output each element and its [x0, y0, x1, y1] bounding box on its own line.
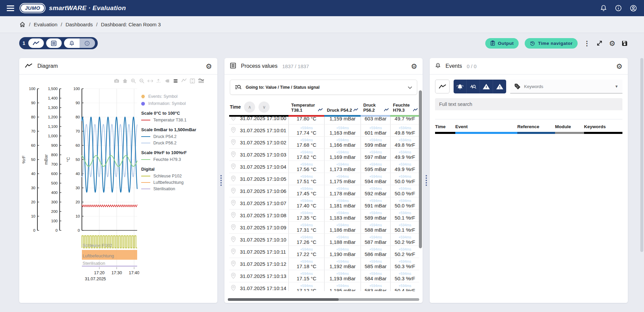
location-pin-icon[interactable]	[230, 224, 237, 232]
horizontal-scrollbar[interactable]	[228, 298, 419, 301]
home-icon[interactable]	[19, 21, 26, 28]
filter-power-events-button[interactable]	[480, 80, 493, 93]
fullscreen-icon[interactable]	[596, 40, 603, 47]
legend-series-item[interactable]: Feuchte H79.3	[141, 157, 209, 162]
stacked-waves-icon[interactable]	[198, 78, 205, 84]
output-button[interactable]: Output	[485, 38, 519, 49]
column-header-temperatur-t38-1[interactable]: Temperatur T38.1	[288, 100, 324, 115]
legend-series-item[interactable]: Luftbefeuchtung	[141, 180, 209, 185]
events-fulltext-search-input[interactable]: Full text search	[435, 98, 622, 110]
toggle-events-widget-button[interactable]	[64, 38, 80, 48]
panel-resize-handle[interactable]	[220, 175, 222, 186]
location-pin-icon[interactable]	[230, 151, 237, 159]
process-value-row[interactable]: 31.07.2025 17:10:09+594ms17.31 °C+594ms1…	[229, 222, 419, 234]
info-icon[interactable]	[615, 4, 622, 12]
svg-text:500: 500	[51, 181, 58, 185]
legend-series-item[interactable]: Druck P56.2	[141, 141, 209, 145]
panel-resize-handle[interactable]	[426, 175, 427, 186]
process-values-search-select[interactable]: Going to: Value / Time / Status signal	[230, 80, 417, 95]
diagram-chart-svg[interactable]: 0102030405060708090100%rF010020030040050…	[21, 85, 139, 287]
jumo-logo[interactable]: JUMO	[20, 4, 45, 12]
location-pin-icon[interactable]	[230, 175, 237, 183]
location-pin-icon[interactable]	[230, 284, 237, 291]
save-icon[interactable]	[621, 40, 628, 47]
toggle-diagram-widget-button[interactable]	[28, 38, 44, 48]
location-pin-icon[interactable]	[230, 199, 237, 207]
filter-alarms-button[interactable]	[454, 80, 467, 93]
vertical-scrollbar[interactable]	[419, 90, 422, 248]
events-column-header-event[interactable]: Event	[455, 124, 517, 129]
breadcrumb-evaluation[interactable]: Evaluation	[34, 22, 57, 27]
events-column-header-keywords[interactable]: Keywords	[584, 124, 622, 129]
toggle-table-widget-button[interactable]	[46, 38, 62, 48]
process-value-row[interactable]: 31.07.2025 17:10:02+594ms17.68 °C+594ms1…	[229, 137, 419, 149]
events-column-header-reference[interactable]: Reference	[517, 124, 555, 129]
location-pin-icon[interactable]	[230, 139, 237, 147]
filter-analysis-button[interactable]	[467, 80, 480, 93]
pan-icon[interactable]	[156, 78, 162, 84]
line-mode-icon[interactable]	[181, 78, 187, 84]
column-header-time[interactable]: Time∧∨	[229, 100, 288, 115]
time-navigator-button[interactable]: Time navigator	[525, 38, 578, 49]
process-value-row[interactable]: 31.07.2025 17:10:14+594ms17.12 °C+594ms1…	[229, 282, 419, 291]
process-value-row[interactable]: 31.07.2025 17:10:10+594ms17.26 °C+594ms1…	[229, 234, 419, 246]
process-values-settings-icon[interactable]: ⚙	[411, 63, 417, 70]
sort-up-button[interactable]: ∧	[244, 102, 255, 113]
zoom-out-icon[interactable]	[139, 78, 145, 84]
legend-symbol-item[interactable]: Information: Symbol	[141, 101, 209, 106]
sort-down-button[interactable]: ∨	[258, 102, 270, 113]
process-value-row[interactable]: 31.07.2025 17:10:12+594ms17.18 °C+594ms1…	[229, 258, 419, 270]
process-value-row[interactable]: 31.07.2025 17:10:08+594ms17.35 °C+594ms1…	[229, 209, 419, 222]
legend-series-item[interactable]: Schleuse P102	[141, 174, 209, 178]
dashboard-settings-icon[interactable]: ⚙	[609, 40, 615, 47]
keywords-select[interactable]: Keywords ▼	[510, 80, 622, 93]
events-settings-icon[interactable]: ⚙	[616, 63, 622, 70]
process-value-row[interactable]: 31.07.2025 17:10:0017.80 °C1,159 mBar603…	[229, 117, 419, 124]
account-icon[interactable]	[630, 4, 637, 12]
spikeline-icon[interactable]	[189, 78, 195, 84]
location-pin-icon[interactable]	[230, 117, 237, 122]
breadcrumb-dashboards[interactable]: Dashboards	[65, 22, 93, 27]
more-options-icon[interactable]: ⋮	[584, 40, 590, 47]
legend-symbol-item[interactable]: Events: Symbol	[141, 94, 209, 99]
zoom-in-icon[interactable]	[130, 78, 136, 84]
column-header-feuchte-h79-3[interactable]: Feuchte H79.3	[390, 100, 419, 115]
location-pin-icon[interactable]	[230, 211, 237, 220]
location-pin-icon[interactable]	[230, 126, 237, 135]
dashboard-toolbar: 1	[0, 33, 644, 53]
autoscale-icon[interactable]	[147, 78, 153, 84]
process-value-row[interactable]: 31.07.2025 17:10:03+594ms17.62 °C+594ms1…	[229, 149, 419, 161]
legend-series-item[interactable]: Temperatur T38.1	[141, 118, 209, 122]
compare-mode-icon[interactable]	[173, 78, 179, 84]
events-column-header-module[interactable]: Module	[555, 124, 584, 129]
diagram-settings-icon[interactable]: ⚙	[206, 63, 212, 70]
process-value-row[interactable]: 31.07.2025 17:10:07+594ms17.40 °C+594ms1…	[229, 197, 419, 209]
location-pin-icon[interactable]	[230, 260, 237, 268]
process-value-row[interactable]: 31.07.2025 17:10:06+594ms17.45 °C+594ms1…	[229, 185, 419, 197]
process-value-row[interactable]: 31.07.2025 17:10:01+594ms17.74 °C+594ms1…	[229, 124, 419, 137]
location-pin-icon[interactable]	[230, 187, 237, 195]
legend-series-item[interactable]: Druck P54.2	[141, 134, 209, 139]
notifications-icon[interactable]	[600, 4, 607, 12]
events-chart-filter-button[interactable]	[435, 80, 450, 93]
menu-icon[interactable]	[7, 5, 14, 11]
label-mode-icon[interactable]	[164, 78, 170, 84]
page-scrollbar[interactable]	[640, 58, 643, 252]
process-value-row[interactable]: 31.07.2025 17:10:04+594ms17.56 °C+594ms1…	[229, 161, 419, 173]
column-header-druck-p54-2[interactable]: Druck P54.2	[324, 100, 361, 115]
toggle-info-widget-button[interactable]	[80, 38, 95, 48]
snapshot-icon[interactable]	[114, 78, 120, 84]
process-value-row[interactable]: 31.07.2025 17:10:05+594ms17.51 °C+594ms1…	[229, 173, 419, 185]
location-pin-icon[interactable]	[230, 272, 237, 280]
process-value-row[interactable]: 31.07.2025 17:10:11+594ms17.22 °C+594ms1…	[229, 246, 419, 258]
location-pin-icon[interactable]	[230, 236, 237, 244]
process-value-row[interactable]: 31.07.2025 17:10:13+594ms17.15 °C+594ms1…	[229, 270, 419, 282]
location-pin-icon[interactable]	[230, 163, 237, 171]
events-column-header-time[interactable]: Time	[435, 124, 455, 129]
reset-axes-icon[interactable]	[122, 78, 128, 84]
filter-warnings-button[interactable]	[493, 80, 506, 93]
location-pin-icon[interactable]	[230, 248, 237, 256]
svg-text:80: 80	[75, 115, 80, 119]
legend-series-item[interactable]: Sterilisation	[141, 187, 209, 191]
column-header-druck-p56-2[interactable]: Druck P56.2	[361, 100, 390, 115]
